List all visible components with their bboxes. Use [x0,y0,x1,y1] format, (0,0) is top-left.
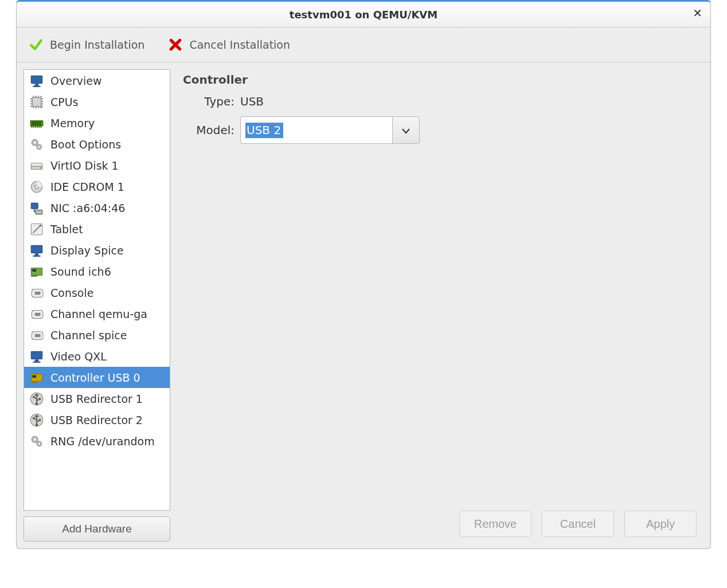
serial-icon [29,285,45,301]
svg-point-32 [34,141,36,143]
model-select[interactable]: USB 2 [240,116,420,144]
sidebar-item-label: Display Spice [50,244,124,257]
svg-rect-23 [37,121,38,125]
model-select-dropdown-button[interactable] [392,116,420,144]
svg-point-37 [40,167,41,168]
close-icon[interactable]: ✕ [693,7,702,19]
type-label: Type: [183,95,234,108]
type-row: Type: USB [183,95,698,108]
footer-buttons: Remove Cancel Apply [459,511,697,537]
sidebar-item-sound-ich6[interactable]: Sound ich6 [24,261,170,282]
svg-rect-25 [31,126,32,127]
gears-icon [29,433,45,449]
svg-rect-55 [35,312,41,315]
sidebar-item-boot-options[interactable]: Boot Options [24,134,170,155]
sidebar-item-label: RNG /dev/urandom [50,435,155,448]
sidebar-column: OverviewCPUsMemoryBoot OptionsVirtIO Dis… [24,69,170,542]
model-select-input[interactable]: USB 2 [240,116,392,144]
sidebar-item-label: Channel spice [50,329,127,342]
window-title: testvm001 on QEMU/KVM [290,9,437,21]
nic-icon [29,200,45,216]
sidebar-item-label: Sound ich6 [50,265,111,278]
svg-rect-0 [31,76,42,83]
svg-rect-48 [32,269,36,271]
sidebar-item-rng-dev-urandom[interactable]: RNG /dev/urandom [24,430,170,452]
sidebar-item-console[interactable]: Console [24,282,170,303]
tablet-icon [29,221,45,237]
svg-rect-26 [33,126,34,127]
sidebar-item-video-qxl[interactable]: Video QXL [24,346,170,367]
hardware-list[interactable]: OverviewCPUsMemoryBoot OptionsVirtIO Dis… [24,69,170,511]
svg-rect-63 [32,375,36,377]
svg-rect-59 [31,351,42,359]
type-value: USB [240,95,264,108]
sidebar-item-label: USB Redirector 1 [50,393,143,405]
svg-rect-22 [34,121,36,125]
svg-rect-7 [41,98,43,99]
apply-button[interactable]: Apply [624,511,697,537]
svg-rect-58 [35,334,41,336]
svg-point-66 [36,402,38,405]
sound-icon [29,264,45,280]
remove-button[interactable]: Remove [459,511,531,537]
svg-rect-10 [30,100,32,101]
svg-rect-4 [33,96,34,97]
cdrom-icon [29,179,45,195]
sidebar-item-usb-redirector-2[interactable]: USB Redirector 2 [24,409,170,430]
sidebar-item-virtio-disk-1[interactable]: VirtIO Disk 1 [24,155,170,176]
sidebar-item-nic-a6-04-46[interactable]: NIC :a6:04:46 [24,197,170,218]
sidebar-item-tablet[interactable]: Tablet [24,218,170,240]
svg-point-70 [36,424,38,426]
svg-rect-3 [32,97,41,106]
svg-rect-72 [39,419,41,421]
model-row: Model: USB 2 [183,116,698,144]
sidebar-item-display-spice[interactable]: Display Spice [24,240,170,261]
cancel-installation-label: Cancel Installation [189,38,290,51]
svg-rect-14 [30,103,32,104]
svg-point-50 [32,289,33,290]
memory-icon [29,115,45,131]
svg-rect-41 [36,210,42,214]
svg-rect-29 [38,126,40,127]
begin-installation-label: Begin Installation [50,38,144,51]
svg-rect-68 [39,398,41,399]
sidebar-item-label: Console [50,287,93,299]
cancel-installation-button[interactable]: Cancel Installation [164,34,294,55]
add-hardware-button[interactable]: Add Hardware [24,516,170,542]
svg-rect-6 [30,98,32,99]
sidebar-item-controller-usb-0[interactable]: Controller USB 0 [24,367,170,388]
sidebar-item-label: Tablet [50,223,83,236]
sidebar-item-channel-qemu-ga[interactable]: Channel qemu-ga [24,303,170,324]
sidebar-item-usb-redirector-1[interactable]: USB Redirector 1 [24,388,170,409]
begin-installation-button[interactable]: Begin Installation [25,34,148,55]
sidebar-item-overview[interactable]: Overview [24,70,170,91]
titlebar: testvm001 on QEMU/KVM ✕ [17,2,710,28]
sidebar-item-label: Memory [50,117,95,130]
sidebar-item-cpus[interactable]: CPUs [24,91,170,112]
usb-icon [29,391,45,407]
svg-point-71 [33,417,34,419]
svg-rect-19 [41,105,43,107]
sidebar-item-label: Video QXL [50,350,107,363]
sidebar-item-memory[interactable]: Memory [24,112,170,134]
svg-rect-5 [33,106,34,108]
checkmark-icon [28,37,44,53]
usb-icon [29,412,45,428]
controller-icon [29,370,45,386]
sidebar-item-ide-cdrom-1[interactable]: IDE CDROM 1 [24,176,170,197]
svg-point-51 [32,296,33,297]
model-label: Model: [183,123,234,137]
svg-rect-15 [41,103,43,104]
cancel-button[interactable]: Cancel [542,511,614,537]
sidebar-item-channel-spice[interactable]: Channel spice [24,324,170,346]
svg-rect-16 [41,96,42,97]
monitor-icon [29,73,45,89]
svg-rect-18 [30,105,32,107]
svg-rect-61 [33,361,41,362]
svg-rect-21 [32,121,33,125]
sidebar-item-label: Controller USB 0 [50,371,140,384]
sidebar-item-label: USB Redirector 2 [50,414,143,426]
serial-icon [29,327,45,343]
sidebar-item-label: Overview [50,75,101,87]
svg-rect-13 [38,106,39,108]
